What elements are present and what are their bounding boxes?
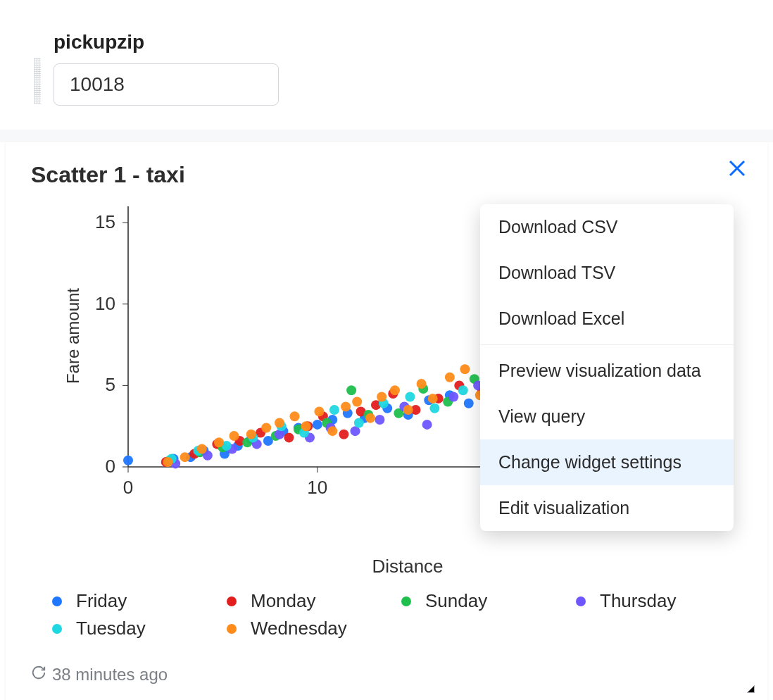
svg-point-108 — [422, 420, 432, 430]
legend-swatch-icon — [52, 596, 62, 606]
svg-point-151 — [341, 401, 351, 411]
svg-point-160 — [460, 364, 470, 374]
menu-item-preview-visualization-data[interactable]: Preview visualization data — [480, 348, 734, 394]
svg-point-144 — [246, 430, 256, 439]
svg-point-140 — [180, 452, 190, 462]
widget-title: Scatter 1 - taxi — [31, 162, 742, 188]
svg-text:10: 10 — [307, 477, 327, 498]
svg-point-152 — [352, 397, 362, 407]
svg-point-141 — [197, 444, 207, 454]
svg-point-129 — [458, 385, 468, 395]
legend-item-tuesday[interactable]: Tuesday — [52, 618, 218, 639]
menu-item-download-tsv[interactable]: Download TSV — [480, 250, 734, 296]
legend-swatch-icon — [227, 596, 237, 606]
separator — [0, 130, 773, 142]
legend-label: Friday — [76, 590, 127, 612]
menu-item-download-excel[interactable]: Download Excel — [480, 296, 734, 342]
svg-text:0: 0 — [106, 456, 115, 477]
legend-item-sunday[interactable]: Sunday — [401, 590, 567, 612]
svg-point-125 — [354, 418, 364, 428]
svg-point-143 — [230, 431, 239, 441]
legend-label: Thursday — [600, 590, 676, 612]
svg-point-128 — [429, 404, 439, 413]
legend-swatch-icon — [576, 596, 586, 606]
svg-point-109 — [448, 392, 458, 402]
menu-item-edit-visualization[interactable]: Edit visualization — [480, 485, 734, 531]
legend: FridayMondaySundayThursdayTuesdayWednesd… — [52, 590, 742, 639]
menu-item-download-csv[interactable]: Download CSV — [480, 204, 734, 250]
svg-point-20 — [123, 456, 133, 465]
svg-point-106 — [375, 415, 384, 425]
drag-handle-icon[interactable] — [34, 58, 41, 104]
status-text: 38 minutes ago — [52, 665, 168, 685]
pickupzip-input[interactable] — [54, 63, 279, 106]
svg-point-127 — [405, 392, 415, 402]
menu-item-view-query[interactable]: View query — [480, 394, 734, 439]
svg-point-158 — [428, 394, 438, 404]
svg-point-102 — [275, 430, 284, 439]
legend-item-friday[interactable]: Friday — [52, 590, 218, 612]
menu-item-change-widget-settings[interactable]: Change widget settings — [480, 439, 734, 485]
legend-label: Monday — [251, 590, 316, 612]
legend-label: Tuesday — [76, 618, 146, 639]
svg-point-59 — [339, 430, 348, 439]
x-axis-label: Distance — [73, 556, 742, 577]
legend-item-thursday[interactable]: Thursday — [576, 590, 742, 612]
legend-swatch-icon — [52, 624, 62, 634]
svg-point-149 — [314, 406, 324, 416]
svg-text:5: 5 — [106, 374, 115, 395]
svg-point-82 — [346, 385, 356, 395]
svg-point-146 — [275, 418, 284, 428]
svg-point-157 — [417, 379, 427, 389]
legend-item-wednesday[interactable]: Wednesday — [227, 618, 393, 639]
svg-point-156 — [403, 405, 413, 415]
filter-bar: pickupzip — [0, 0, 773, 130]
svg-point-148 — [301, 421, 311, 431]
svg-point-38 — [464, 399, 474, 408]
svg-point-124 — [329, 405, 339, 415]
filter-label: pickupzip — [54, 31, 279, 54]
svg-text:0: 0 — [123, 477, 133, 498]
svg-text:15: 15 — [95, 211, 115, 232]
resize-handle-icon[interactable] — [742, 680, 755, 693]
svg-point-154 — [377, 392, 386, 402]
y-axis-label: Fare amount — [63, 288, 83, 384]
svg-point-155 — [390, 385, 400, 395]
widget-menu[interactable]: Download CSVDownload TSVDownload ExcelPr… — [480, 204, 734, 531]
svg-point-159 — [445, 373, 455, 382]
legend-item-monday[interactable]: Monday — [227, 590, 393, 612]
svg-point-56 — [284, 432, 294, 442]
legend-swatch-icon — [227, 624, 237, 634]
svg-point-147 — [290, 411, 300, 421]
legend-label: Wednesday — [251, 618, 347, 639]
svg-point-145 — [261, 423, 271, 433]
svg-point-150 — [327, 426, 337, 436]
svg-point-142 — [214, 437, 224, 447]
svg-point-153 — [365, 413, 375, 423]
status-row: 38 minutes ago — [31, 665, 742, 685]
svg-point-139 — [163, 457, 172, 467]
refresh-icon[interactable] — [31, 665, 46, 685]
menu-divider — [480, 344, 734, 345]
svg-text:10: 10 — [95, 293, 115, 314]
legend-swatch-icon — [401, 596, 411, 606]
legend-label: Sunday — [425, 590, 487, 612]
svg-point-30 — [313, 420, 322, 430]
close-icon[interactable] — [727, 158, 748, 182]
